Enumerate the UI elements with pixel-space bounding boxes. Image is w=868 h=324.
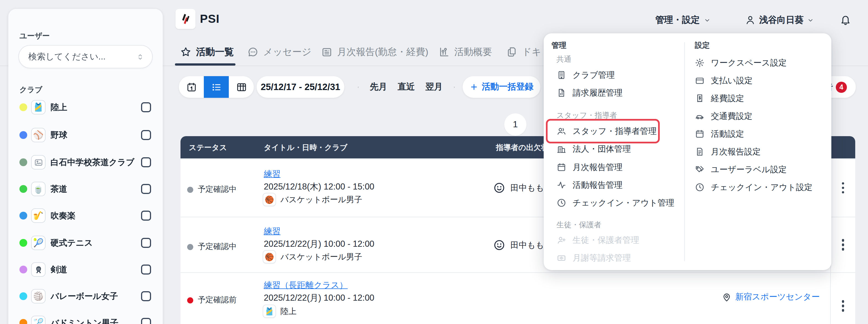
kendo-mask-icon [31, 262, 45, 277]
instructor-attendance: 田中もも [493, 182, 544, 194]
basketball-icon: 🏀 [263, 193, 276, 206]
running-shirt-icon: 🎽 [263, 304, 276, 318]
activity-title-link[interactable]: 練習 [264, 169, 280, 179]
activity-title-link[interactable]: 練習（長距離クラス） [264, 280, 348, 291]
clock-icon [695, 182, 705, 192]
menu-item-staff-mgmt[interactable]: スタッフ・指導者管理 [556, 123, 657, 140]
menu-item-label: 月次報告管理 [572, 162, 623, 173]
club-checkbox[interactable] [141, 291, 151, 301]
admin-settings-menu-button[interactable]: 管理・設定 [655, 13, 711, 27]
tab-documents[interactable]: ドキ [506, 45, 541, 59]
menu-item-activity-settings[interactable]: 活動設定 [695, 126, 744, 142]
table-view-button[interactable] [229, 76, 254, 98]
club-checkbox[interactable] [141, 102, 151, 112]
club-checkbox[interactable] [141, 184, 151, 194]
user-menu-button[interactable]: 浅谷向日葵 [745, 13, 814, 27]
activity-club: 🎽 陸上 [263, 304, 297, 318]
admin-settings-dropdown: 管理 共通 クラブ管理 請求履歴管理 スタッフ・指導者 スタッフ・指導者管理 法… [544, 33, 831, 270]
clock-icon [556, 198, 566, 208]
chat-bubble-icon [247, 46, 259, 58]
menu-item-transport-settings[interactable]: 交通費設定 [695, 108, 752, 124]
chevron-left-icon[interactable] [354, 83, 362, 91]
tab-activity-summary[interactable]: 活動概要 [438, 45, 492, 59]
row-menu-cell [830, 273, 855, 324]
menu-item-label: 法人・団体管理 [572, 144, 631, 154]
instructor-name: 田中もも [510, 240, 544, 251]
range-nav: 先月 直近 翌月 [354, 76, 458, 98]
list-view-button[interactable] [204, 76, 229, 98]
calendar-icon [556, 162, 566, 172]
club-item-kendo[interactable]: 剣道 [8, 256, 163, 283]
menu-item-corporate-mgmt[interactable]: 法人・団体管理 [556, 141, 631, 157]
tab-label: 月次報告(勤怠・経費) [337, 45, 429, 58]
notifications-bell-icon[interactable] [840, 14, 851, 26]
club-checkbox[interactable] [141, 238, 151, 248]
menu-item-checkin-settings[interactable]: チェックイン・アウト設定 [695, 179, 812, 196]
menu-item-club-mgmt[interactable]: クラブ管理 [556, 67, 615, 83]
status-cell: 予定確認中 [187, 242, 237, 252]
club-checkbox[interactable] [141, 157, 151, 167]
tab-activities[interactable]: 活動一覧 [180, 45, 234, 59]
club-color-dot [20, 319, 27, 324]
kebab-menu-icon[interactable] [837, 297, 849, 315]
prev-month-button[interactable]: 先月 [367, 81, 390, 93]
table-row: 予定確認前 練習（長距離クラス） 2025/12/22(月) 10:00 - 1… [181, 272, 855, 324]
bulk-register-button[interactable]: 活動一括登録 [463, 76, 540, 98]
tab-messages[interactable]: メッセージ [247, 45, 311, 59]
date-range-button[interactable]: 25/12/17 - 25/12/31 [256, 76, 344, 98]
club-checkbox[interactable] [141, 265, 151, 274]
club-item-tennis[interactable]: 🎾 硬式テニス [8, 230, 163, 256]
activity-title-link[interactable]: 練習 [264, 226, 280, 237]
star-icon [180, 46, 192, 58]
club-checkbox[interactable] [141, 211, 151, 220]
club-item-shiraishi[interactable]: 白石中学校茶道クラブ [8, 149, 163, 176]
tab-monthly-report[interactable]: 月次報告(勤怠・経費) [321, 45, 429, 59]
activity-location-link[interactable]: 新宿スポーツセンター [721, 292, 820, 302]
chevron-down-icon [704, 17, 711, 24]
search-placeholder: 検索してください... [28, 51, 136, 62]
club-item-rikujo[interactable]: 🎽 陸上 [8, 94, 163, 121]
menu-item-payment-settings[interactable]: 支払い設定 [695, 72, 753, 89]
activity-club: 🏀 バスケットボール男子 [263, 193, 362, 206]
menu-item-label: 支払い設定 [711, 75, 753, 86]
activity-club: 🏀 バスケットボール男子 [263, 250, 362, 263]
club-item-volleyball[interactable]: 🏐 バレーボール女子 [8, 283, 163, 310]
badminton-icon: 🏸 [31, 316, 45, 324]
user-name: 浅谷向日葵 [759, 14, 804, 26]
menu-item-label: 月次報告設定 [711, 146, 761, 157]
menu-item-label: チェックイン・アウト設定 [711, 182, 812, 193]
recent-button[interactable]: 直近 [395, 81, 417, 93]
menu-item-user-label-settings[interactable]: ユーザーラベル設定 [695, 161, 787, 178]
user-search-select[interactable]: 検索してください... [18, 45, 153, 68]
club-item-sado[interactable]: 🍵 茶道 [8, 176, 163, 202]
tennis-icon: 🎾 [31, 236, 45, 250]
location-name: 新宿スポーツセンター [735, 292, 820, 302]
menu-settings-title: 設定 [695, 40, 710, 51]
calendar-view-button[interactable] [179, 76, 204, 98]
chevron-right-icon[interactable] [451, 83, 458, 91]
kebab-menu-icon[interactable] [837, 179, 849, 197]
documents-icon [506, 46, 518, 58]
club-item-yakyu[interactable]: ⚾ 野球 [8, 122, 163, 148]
club-checkbox[interactable] [141, 130, 151, 140]
pagination-page-1[interactable]: 1 [504, 113, 526, 136]
club-item-badminton[interactable]: 🏸 バドミントン男子 [8, 310, 163, 324]
menu-item-expense-settings[interactable]: 経費設定 [695, 90, 744, 107]
menu-item-activity-report-mgmt[interactable]: 活動報告管理 [556, 177, 623, 194]
club-checkbox[interactable] [141, 318, 151, 324]
menu-item-monthly-report-mgmt[interactable]: 月次報告管理 [556, 159, 623, 176]
image-placeholder-icon [31, 155, 45, 170]
menu-item-monthly-report-settings[interactable]: 月次報告設定 [695, 143, 761, 160]
menu-item-billing-history[interactable]: 請求履歴管理 [556, 85, 623, 101]
payment-card-icon [556, 253, 566, 263]
menu-group-common: 共通 [556, 55, 571, 64]
club-item-suisogaku[interactable]: 🎷 吹奏楽 [8, 202, 163, 229]
club-color-dot [20, 212, 27, 219]
menu-item-checkin-mgmt[interactable]: チェックイン・アウト管理 [556, 195, 674, 211]
kebab-menu-icon[interactable] [837, 236, 849, 254]
menu-item-label: 経費設定 [711, 93, 744, 104]
menu-item-workspace-settings[interactable]: ワークスペース設定 [695, 55, 787, 71]
menu-item-label: チェックイン・アウト管理 [572, 198, 674, 208]
col-title: タイトル・日時・クラブ [264, 143, 347, 153]
next-month-button[interactable]: 翌月 [423, 81, 445, 93]
